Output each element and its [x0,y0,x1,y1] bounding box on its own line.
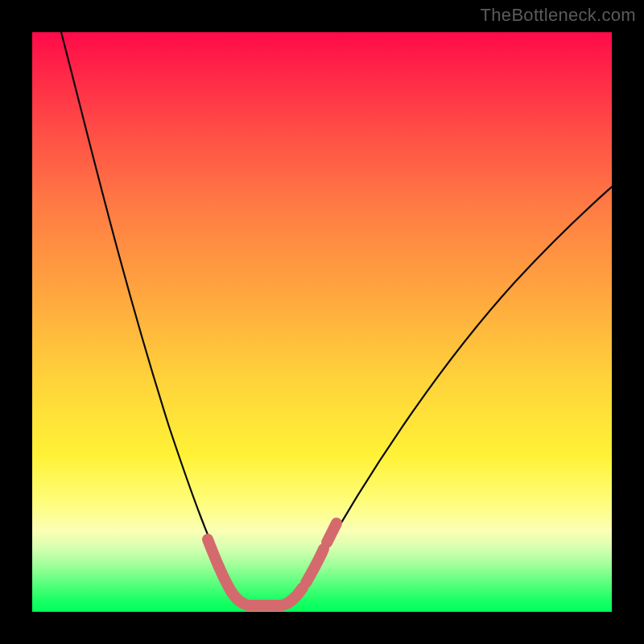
plot-area [32,32,612,612]
watermark-text: TheBottleneck.com [481,5,636,26]
chart-frame: TheBottleneck.com [0,0,644,644]
highlight-left-descent [208,539,248,605]
highlight-right-ascent-2 [306,549,324,583]
curve-layer [32,32,612,612]
highlight-right-ascent-1 [282,588,303,605]
highlight-right-ascent-3 [327,523,336,543]
